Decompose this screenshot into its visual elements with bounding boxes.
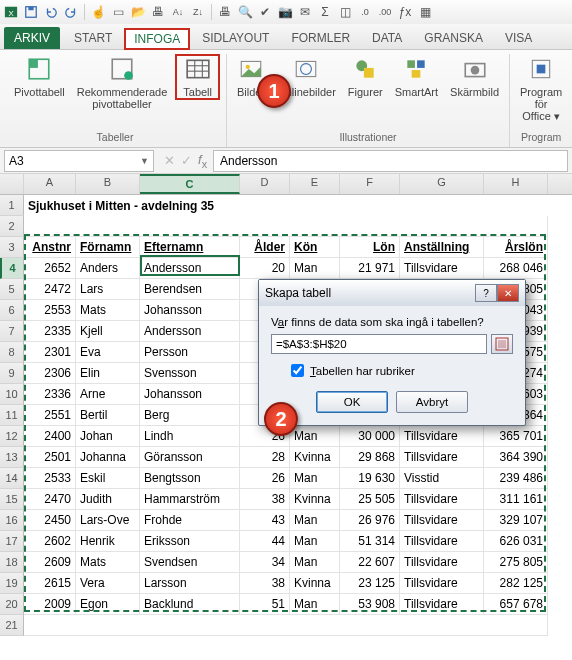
data-cell[interactable]: 282 125 [484, 573, 548, 594]
header-cell[interactable]: Efternamn [140, 237, 240, 258]
data-cell[interactable]: 25 505 [340, 489, 400, 510]
data-cell[interactable]: Bertil [76, 405, 140, 426]
tab-formler[interactable]: FORMLER [281, 27, 360, 49]
header-cell[interactable]: Ålder [240, 237, 290, 258]
headers-checkbox-row[interactable]: Tabellen har rubriker [291, 364, 513, 377]
data-cell[interactable]: 44 [240, 531, 290, 552]
dialog-close-button[interactable]: ✕ [497, 284, 519, 302]
data-cell[interactable]: 2553 [24, 300, 76, 321]
data-cell[interactable]: Judith [76, 489, 140, 510]
data-cell[interactable]: 329 107 [484, 510, 548, 531]
decrease-icon[interactable]: .0 [358, 5, 372, 19]
data-cell[interactable]: Kvinna [290, 489, 340, 510]
rowhead-18[interactable]: 18 [0, 552, 24, 573]
headers-checkbox[interactable] [291, 364, 304, 377]
pivot-button[interactable]: Pivottabell [10, 54, 69, 98]
data-cell[interactable]: Egon [76, 594, 140, 615]
data-cell[interactable]: Johan [76, 426, 140, 447]
data-cell[interactable]: Hammarström [140, 489, 240, 510]
data-cell[interactable]: 20 [240, 258, 290, 279]
data-cell[interactable]: 30 000 [340, 426, 400, 447]
data-cell[interactable]: Mats [76, 300, 140, 321]
data-cell[interactable]: Mats [76, 552, 140, 573]
data-cell[interactable]: 2602 [24, 531, 76, 552]
data-cell[interactable]: Elin [76, 363, 140, 384]
data-cell[interactable]: Eva [76, 342, 140, 363]
rowhead-16[interactable]: 16 [0, 510, 24, 531]
data-cell[interactable]: 2009 [24, 594, 76, 615]
col-H[interactable]: H [484, 174, 548, 194]
tab-file[interactable]: ARKIV [4, 27, 60, 49]
data-cell[interactable]: 38 [240, 489, 290, 510]
data-cell[interactable]: Johansson [140, 300, 240, 321]
quickprint-icon[interactable]: 🖶 [151, 5, 165, 19]
spell-icon[interactable]: ✔ [258, 5, 272, 19]
data-cell[interactable]: 364 390 [484, 447, 548, 468]
data-cell[interactable]: Andersson [140, 321, 240, 342]
data-cell[interactable]: Tillsvidare [400, 573, 484, 594]
data-cell[interactable]: 34 [240, 552, 290, 573]
data-cell[interactable]: 2551 [24, 405, 76, 426]
smartart-button[interactable]: SmartArt [391, 54, 442, 98]
preview-icon[interactable]: 🔍 [238, 5, 252, 19]
sortdesc-icon[interactable]: Z↓ [191, 5, 205, 19]
rowhead-9[interactable]: 9 [0, 363, 24, 384]
data-cell[interactable]: Man [290, 468, 340, 489]
data-cell[interactable]: 51 [240, 594, 290, 615]
worksheet-grid[interactable]: A B C D E F G H 1Sjukhuset i Mitten - av… [0, 174, 572, 660]
dialog-help-button[interactable]: ? [475, 284, 497, 302]
email-icon[interactable]: ✉ [298, 5, 312, 19]
data-cell[interactable]: 2609 [24, 552, 76, 573]
calc-icon[interactable]: ▦ [418, 5, 432, 19]
data-cell[interactable]: Tillsvidare [400, 510, 484, 531]
data-cell[interactable]: 2335 [24, 321, 76, 342]
data-cell[interactable]: 23 125 [340, 573, 400, 594]
table-button[interactable]: Tabell [175, 54, 220, 100]
tab-data[interactable]: DATA [362, 27, 412, 49]
data-cell[interactable]: 53 908 [340, 594, 400, 615]
rowhead-3[interactable]: 3 [0, 237, 24, 258]
rowhead-1[interactable]: 1 [0, 195, 24, 216]
header-cell[interactable]: Anstnr [24, 237, 76, 258]
name-box-dropdown-icon[interactable]: ▼ [140, 156, 149, 166]
header-cell[interactable]: Årslön [484, 237, 548, 258]
data-cell[interactable]: 22 607 [340, 552, 400, 573]
header-cell[interactable]: Förnamn [76, 237, 140, 258]
data-cell[interactable]: 2400 [24, 426, 76, 447]
data-cell[interactable]: Tillsvidare [400, 426, 484, 447]
data-cell[interactable]: Henrik [76, 531, 140, 552]
data-cell[interactable]: 21 971 [340, 258, 400, 279]
data-cell[interactable]: Arne [76, 384, 140, 405]
data-cell[interactable]: Persson [140, 342, 240, 363]
data-cell[interactable]: Eriksson [140, 531, 240, 552]
data-cell[interactable]: 43 [240, 510, 290, 531]
function-icon[interactable]: ƒx [398, 5, 412, 19]
select-all-corner[interactable] [0, 174, 24, 194]
data-cell[interactable]: Lindh [140, 426, 240, 447]
data-cell[interactable]: 2301 [24, 342, 76, 363]
data-cell[interactable]: 268 046 [484, 258, 548, 279]
borders-icon[interactable]: ◫ [338, 5, 352, 19]
rec-pivot-button[interactable]: Rekommenderade pivottabeller [73, 54, 172, 110]
fx-icon[interactable]: fx [198, 152, 207, 170]
rowhead-19[interactable]: 19 [0, 573, 24, 594]
data-cell[interactable]: Kjell [76, 321, 140, 342]
rowhead-15[interactable]: 15 [0, 489, 24, 510]
data-cell[interactable]: Kvinna [290, 573, 340, 594]
rowhead-2[interactable]: 2 [0, 216, 24, 237]
data-cell[interactable]: Tillsvidare [400, 594, 484, 615]
dialog-titlebar[interactable]: Skapa tabell ? ✕ [259, 280, 525, 306]
touch-icon[interactable]: ☝ [91, 5, 105, 19]
col-G[interactable]: G [400, 174, 484, 194]
increase-icon[interactable]: .00 [378, 5, 392, 19]
data-cell[interactable]: Berg [140, 405, 240, 426]
tab-visa[interactable]: VISA [495, 27, 542, 49]
rowhead-5[interactable]: 5 [0, 279, 24, 300]
data-cell[interactable]: Tillsvidare [400, 489, 484, 510]
data-cell[interactable]: Tillsvidare [400, 531, 484, 552]
data-cell[interactable]: Man [290, 531, 340, 552]
accept-formula-icon[interactable]: ✓ [181, 153, 192, 168]
data-cell[interactable]: Lars-Ove [76, 510, 140, 531]
dialog-cancel-button[interactable]: Avbryt [396, 391, 468, 413]
data-cell[interactable]: Johanna [76, 447, 140, 468]
